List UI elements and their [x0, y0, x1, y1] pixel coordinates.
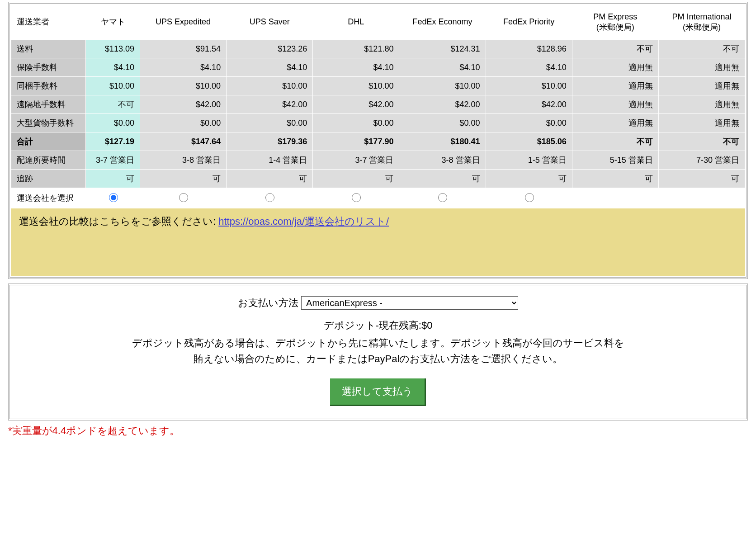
table-cell: $0.00: [227, 114, 313, 132]
table-cell: 不可: [572, 40, 658, 58]
carrier-select-cell: [572, 188, 658, 208]
table-cell: $0.00: [486, 114, 572, 132]
table-cell: 可: [658, 170, 745, 188]
carrier-select-cell: [399, 188, 486, 208]
carrier-radio[interactable]: [352, 193, 361, 202]
table-cell: 可: [572, 170, 658, 188]
shipping-rate-table: 運送業者ヤマトUPS ExpeditedUPS SaverDHLFedEx Ec…: [11, 5, 745, 208]
row-label-select-carrier: 運送会社を選択: [11, 188, 86, 208]
weight-warning: *実重量が4.4ポンドを超えています。: [8, 424, 748, 438]
carrier-radio[interactable]: [438, 193, 447, 202]
carrier-radio[interactable]: [265, 193, 274, 202]
row-label: 追跡: [11, 170, 86, 188]
table-cell: 適用無: [572, 77, 658, 95]
payment-desc-line2: 賄えない場合のために、カードまたはPayPalのお支払い方法をご選択ください。: [194, 353, 563, 364]
table-cell: 適用無: [658, 114, 745, 132]
carrier-comparison-notice: 運送会社の比較はこちらをご参照ください: https://opas.com/ja…: [11, 208, 745, 276]
column-header: ヤマト: [86, 5, 140, 40]
table-cell: 適用無: [572, 114, 658, 132]
deposit-balance: デポジット-現在残高:$0: [17, 319, 739, 332]
table-cell: $42.00: [227, 95, 313, 114]
table-cell: $128.96: [486, 40, 572, 58]
column-header: UPS Expedited: [140, 5, 227, 40]
select-and-pay-button[interactable]: 選択して支払う: [330, 378, 426, 406]
table-cell: 可: [399, 170, 486, 188]
table-cell: $4.10: [86, 58, 140, 77]
payment-section: お支払い方法 AmericanExpress - デポジット-現在残高:$0 デ…: [8, 283, 748, 420]
table-cell: $0.00: [86, 114, 140, 132]
payment-method-select[interactable]: AmericanExpress -: [301, 296, 518, 310]
carrier-radio[interactable]: [109, 193, 118, 202]
carrier-select-cell: [658, 188, 745, 208]
table-cell: 適用無: [572, 95, 658, 114]
table-cell: 3-8 営業日: [140, 151, 227, 170]
table-cell: $91.54: [140, 40, 227, 58]
carrier-select-cell: [86, 188, 140, 208]
table-cell: 不可: [658, 132, 745, 151]
table-cell: $0.00: [140, 114, 227, 132]
table-cell: 可: [140, 170, 227, 188]
table-cell: 適用無: [658, 58, 745, 77]
table-cell: 可: [86, 170, 140, 188]
row-label: 大型貨物手数料: [11, 114, 86, 132]
table-cell: $10.00: [399, 77, 486, 95]
table-cell: 適用無: [658, 77, 745, 95]
table-cell: 5-15 営業日: [572, 151, 658, 170]
table-cell: $10.00: [313, 77, 399, 95]
table-cell: $4.10: [313, 58, 399, 77]
table-cell: $124.31: [399, 40, 486, 58]
table-cell: 適用無: [572, 58, 658, 77]
column-header-carrier: 運送業者: [11, 5, 86, 40]
table-cell: 3-7 営業日: [313, 151, 399, 170]
table-cell: 不可: [86, 95, 140, 114]
table-cell: $185.06: [486, 132, 572, 151]
table-cell: 可: [313, 170, 399, 188]
column-header: UPS Saver: [227, 5, 313, 40]
row-label: 遠隔地手数料: [11, 95, 86, 114]
row-label: 配達所要時間: [11, 151, 86, 170]
column-header: DHL: [313, 5, 399, 40]
column-header: PM International(米郵便局): [658, 5, 745, 40]
table-cell: 1-4 営業日: [227, 151, 313, 170]
table-cell: 3-8 営業日: [399, 151, 486, 170]
table-cell: $4.10: [140, 58, 227, 77]
table-cell: 不可: [658, 40, 745, 58]
carrier-select-cell: [313, 188, 399, 208]
carrier-radio[interactable]: [179, 193, 188, 202]
table-cell: $42.00: [313, 95, 399, 114]
table-cell: $4.10: [399, 58, 486, 77]
table-cell: $10.00: [86, 77, 140, 95]
table-cell: 3-7 営業日: [86, 151, 140, 170]
carrier-select-cell: [486, 188, 572, 208]
table-cell: $4.10: [486, 58, 572, 77]
table-cell: $177.90: [313, 132, 399, 151]
table-cell: $10.00: [486, 77, 572, 95]
table-cell: $113.09: [86, 40, 140, 58]
table-cell: 7-30 営業日: [658, 151, 745, 170]
row-label: 保険手数料: [11, 58, 86, 77]
table-cell: $42.00: [399, 95, 486, 114]
table-cell: $123.26: [227, 40, 313, 58]
table-cell: 可: [227, 170, 313, 188]
table-cell: 1-5 営業日: [486, 151, 572, 170]
table-cell: $0.00: [313, 114, 399, 132]
payment-desc-line1: デポジット残高がある場合は、デポジットから先に精算いたします。デポジット残高が今…: [132, 337, 624, 349]
table-cell: $10.00: [227, 77, 313, 95]
carrier-select-cell: [227, 188, 313, 208]
table-cell: $10.00: [140, 77, 227, 95]
table-cell: $0.00: [399, 114, 486, 132]
column-header: FedEx Priority: [486, 5, 572, 40]
table-cell: $4.10: [227, 58, 313, 77]
payment-method-label: お支払い方法: [238, 297, 298, 308]
table-cell: 適用無: [658, 95, 745, 114]
row-label: 送料: [11, 40, 86, 58]
row-label: 合計: [11, 132, 86, 151]
table-cell: $42.00: [486, 95, 572, 114]
table-cell: 不可: [572, 132, 658, 151]
table-cell: $147.64: [140, 132, 227, 151]
carrier-comparison-link[interactable]: https://opas.com/ja/運送会社のリスト/: [218, 216, 389, 227]
table-cell: $121.80: [313, 40, 399, 58]
notice-text: 運送会社の比較はこちらをご参照ください:: [19, 216, 218, 227]
table-cell: $180.41: [399, 132, 486, 151]
carrier-radio[interactable]: [525, 193, 534, 202]
